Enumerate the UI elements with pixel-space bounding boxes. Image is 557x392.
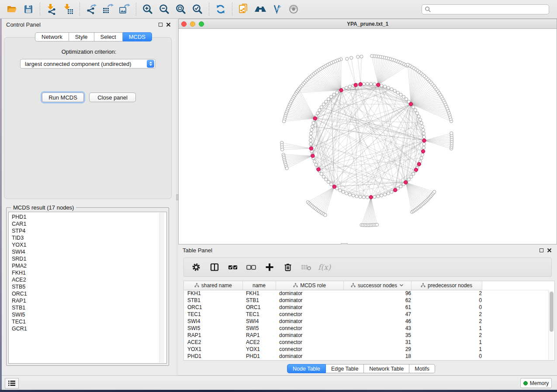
table-cell[interactable]: 1 [411,325,482,332]
mcds-result-item[interactable]: SWI4 [12,248,166,255]
table-cell[interactable]: dominator [276,332,343,339]
memory-button[interactable]: Memory [520,378,552,388]
zoom-selected-button[interactable] [189,1,206,17]
show-columns-button[interactable] [207,259,222,275]
tab-network[interactable]: Network [35,32,69,41]
float-panel-icon[interactable] [159,23,163,27]
table-row[interactable]: ORC1ORC1dominator610 [184,304,549,311]
network-window-titlebar[interactable]: YPA_prune.txt_1 [179,19,557,29]
table-cell[interactable]: FKH1 [184,290,242,297]
table-row[interactable]: TEC1TEC1connector472 [184,311,549,318]
mcds-result-item[interactable]: STP4 [12,227,166,234]
task-history-button[interactable] [5,378,19,389]
table-row[interactable]: PHD1PHD1dominator180 [184,353,549,360]
table-cell[interactable]: RAP1 [184,332,242,339]
export-table-button[interactable] [100,1,116,17]
table-cell[interactable]: ORC1 [184,304,242,311]
run-mcds-button[interactable]: Run MCDS [42,93,84,102]
table-cell[interactable]: 0 [411,353,482,360]
table-scrollbar-thumb[interactable] [550,292,554,332]
table-cell[interactable]: 29 [343,346,411,353]
table-cell[interactable]: SWI5 [242,325,276,332]
search-input[interactable] [431,6,546,12]
tab-mcds[interactable]: MCDS [123,32,152,41]
import-table-button[interactable] [60,1,76,17]
table-cell[interactable]: FKH1 [242,290,276,297]
table-cell[interactable]: ORC1 [242,304,276,311]
table-cell[interactable]: STB1 [242,297,276,304]
table-cell[interactable]: dominator [276,353,343,360]
table-cell[interactable]: 0 [411,304,482,311]
tab-edge-table[interactable]: Edge Table [326,364,364,373]
mcds-result-item[interactable]: FKH1 [12,269,166,276]
zoom-out-button[interactable] [156,1,173,17]
close-table-panel-icon[interactable] [547,248,552,253]
table-cell[interactable]: 61 [343,304,411,311]
column-header-predecessor-nodes[interactable]: predecessor nodes [411,281,482,290]
table-cell[interactable]: 35 [343,332,411,339]
table-cell[interactable]: connector [276,346,343,353]
table-row[interactable]: SWI4SWI4dominator462 [184,318,549,325]
mcds-result-item[interactable]: CAR1 [12,220,166,227]
tab-node-table[interactable]: Node Table [287,364,326,373]
minimize-window-icon[interactable] [190,21,195,27]
table-row[interactable]: RAP1RAP1dominator352 [184,332,549,339]
tab-style[interactable]: Style [69,32,94,41]
table-cell[interactable]: RAP1 [242,332,276,339]
delete-column-button[interactable] [280,259,296,275]
clear-table-button[interactable] [298,259,314,275]
table-cell[interactable]: ACE2 [242,339,276,346]
table-cell[interactable]: dominator [276,297,343,304]
table-cell[interactable]: 0 [411,297,482,304]
close-window-icon[interactable] [181,21,187,27]
mcds-result-item[interactable]: TID3 [12,234,166,241]
table-cell[interactable]: ACE2 [184,339,242,346]
open-file-button[interactable] [3,1,20,17]
mcds-result-item[interactable]: SWI5 [12,311,166,318]
close-panel-icon[interactable] [166,22,171,27]
mcds-result-item[interactable]: PHD1 [12,213,166,220]
table-cell[interactable]: 43 [343,325,411,332]
table-cell[interactable]: TEC1 [242,311,276,318]
table-cell[interactable]: connector [276,325,343,332]
table-cell[interactable]: 1 [411,346,482,353]
table-cell[interactable]: connector [276,311,343,318]
table-cell[interactable]: STB1 [184,297,242,304]
table-row[interactable]: SWI5SWI5connector431 [184,325,549,332]
mcds-result-item[interactable]: GCR1 [12,325,166,332]
mcds-list-scrollbar[interactable] [159,213,164,363]
style-v-button[interactable] [269,1,285,17]
refresh-button[interactable] [212,1,229,17]
mcds-result-listbox[interactable]: PHD1CAR1STP4TID3YOX1SWI4SRD1PMA2FKH1ACE2… [8,212,167,364]
mcds-result-item[interactable]: RAP1 [12,297,166,304]
table-cell[interactable]: 62 [343,297,411,304]
table-cell[interactable]: PHD1 [242,353,276,360]
float-table-panel-icon[interactable] [540,248,543,252]
table-scrollbar[interactable] [548,291,554,360]
column-settings-button[interactable] [188,259,204,275]
column-header-successor-nodes[interactable]: successor nodes [343,281,411,290]
tab-network-table[interactable]: Network Table [364,364,409,373]
search-box[interactable] [422,4,549,14]
mcds-result-item[interactable]: TEC1 [12,318,166,325]
table-cell[interactable]: YOX1 [242,346,276,353]
tab-select[interactable]: Select [94,32,123,41]
table-cell[interactable]: 2 [411,332,482,339]
maximize-window-icon[interactable] [199,21,204,27]
table-cell[interactable]: YOX1 [184,346,242,353]
table-cell[interactable]: 47 [343,311,411,318]
mcds-result-item[interactable]: STB5 [12,283,166,290]
export-image-button[interactable] [116,1,133,17]
table-cell[interactable]: connector [276,339,343,346]
table-cell[interactable]: 46 [343,318,411,325]
tab-motifs[interactable]: Motifs [409,364,435,373]
table-cell[interactable]: PHD1 [184,353,242,360]
network-canvas[interactable] [179,29,557,244]
table-cell[interactable]: SWI4 [242,318,276,325]
table-cell[interactable]: 31 [343,339,411,346]
zoom-in-button[interactable] [139,1,156,17]
table-row[interactable]: FKH1FKH1dominator962 [184,290,549,297]
zoom-fit-button[interactable] [173,1,189,17]
table-cell[interactable]: TEC1 [184,311,242,318]
export-network-button[interactable] [83,1,100,17]
